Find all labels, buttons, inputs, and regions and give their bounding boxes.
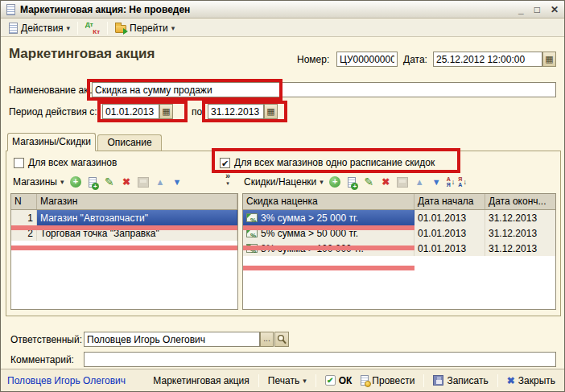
add-icon: +	[70, 176, 81, 188]
table-row[interactable]: 3% сумма > 25 000 тг. 01.01.2013 31.12.2…	[243, 210, 555, 225]
column-header-start-date[interactable]: Дата начала	[414, 194, 485, 209]
checkbox-checked-icon[interactable]: ✔	[220, 158, 230, 168]
table-row[interactable]: 8% сумма > 100 000 тг. 01.01.2013 31.12.…	[243, 241, 555, 256]
chevron-down-icon: ▾	[226, 179, 229, 187]
end-edit-button[interactable]	[136, 175, 150, 189]
sort-descending-button[interactable]: ЯА ↓	[458, 176, 467, 188]
move-up-button[interactable]: ▲	[153, 175, 167, 189]
start-date-cell[interactable]: 01.01.2013	[414, 241, 485, 256]
delete-row-button[interactable]: ✖	[119, 175, 133, 189]
edit-row-button[interactable]: ✎	[102, 175, 116, 189]
user-link[interactable]: Половцев Игорь Олегович	[7, 375, 126, 386]
copy-row-button[interactable]: +	[345, 175, 359, 189]
start-date-cell[interactable]: 01.01.2013	[414, 225, 485, 241]
date-calendar-button[interactable]: ▦	[542, 52, 556, 67]
stores-menu-button[interactable]: Магазины ▾	[11, 176, 65, 188]
bar-separator	[315, 374, 316, 387]
period-to-input[interactable]	[208, 104, 264, 119]
comment-input[interactable]	[84, 352, 556, 367]
date-label: Дата:	[403, 54, 427, 65]
post-icon	[361, 375, 369, 386]
store-cell[interactable]: Торговая точка "Заправка"	[37, 225, 237, 241]
add-icon: +	[329, 176, 340, 188]
end-edit-button[interactable]	[396, 175, 410, 189]
discounts-toolbar: Скидки/Наценки ▾ + + ✎ ✖ ▲ ▼ АЯ ↓ ЯА ↓	[242, 174, 467, 190]
responsible-input[interactable]	[84, 332, 260, 347]
close-button[interactable]: ✕	[551, 2, 559, 17]
row-number: 2	[11, 225, 37, 241]
title-bar: Маркетинговая акция: Не проведен _ □ ✕	[1, 1, 564, 19]
close-x-icon: ✖	[507, 375, 515, 386]
column-header-discount[interactable]: Скидка наценка	[243, 194, 414, 209]
start-date-cell[interactable]: 01.01.2013	[414, 210, 485, 225]
add-row-button[interactable]: +	[328, 175, 342, 189]
discount-cell[interactable]: 8% сумма > 100 000 тг.	[243, 241, 414, 256]
discounts-menu-label: Скидки/Наценки	[244, 176, 316, 188]
print-menu-button[interactable]: Печать ▾	[266, 373, 309, 388]
actions-icon	[9, 23, 18, 34]
bar-separator	[497, 374, 498, 387]
table-row[interactable]: 5% сумма > 50 000 тг. 01.01.2013 31.12.2…	[243, 225, 555, 241]
move-down-button[interactable]: ▼	[430, 175, 443, 189]
add-row-button[interactable]: +	[68, 175, 82, 189]
document-window: Маркетинговая акция: Не проведен _ □ ✕ Д…	[0, 0, 565, 392]
period-to-calendar-button[interactable]: ▦	[264, 104, 278, 119]
close-form-button[interactable]: ✖ Закрыть	[505, 373, 558, 388]
go-menu-button[interactable]: Перейти ▾	[110, 21, 179, 35]
checkbox-unchecked-icon[interactable]	[14, 158, 24, 168]
end-date-cell[interactable]: 31.12.2013	[485, 241, 555, 256]
edit-row-button[interactable]: ✎	[362, 175, 376, 189]
move-down-button[interactable]: ▼	[170, 175, 184, 189]
document-type-button[interactable]: Маркетинговая акция	[151, 373, 252, 388]
window-title: Маркетинговая акция: Не проведен	[20, 4, 190, 15]
end-date-cell[interactable]: 31.12.2013	[485, 210, 555, 225]
ok-button[interactable]: ✔ ОК	[323, 373, 355, 388]
discounts-table-header: Скидка наценка Дата начала Дата оконч...	[243, 194, 555, 210]
stores-table[interactable]: N Магазин 1 Магазин "Автозапчасти" 2 Тор…	[10, 193, 238, 310]
move-up-button[interactable]: ▲	[413, 175, 427, 189]
bar-separator	[258, 374, 259, 387]
responsible-select-button[interactable]: ...	[260, 332, 274, 347]
post-button[interactable]: Провести	[358, 373, 417, 388]
end-date-cell[interactable]: 31.12.2013	[485, 225, 555, 241]
campaign-name-input[interactable]	[92, 82, 556, 97]
number-input[interactable]	[336, 52, 398, 67]
period-from-input[interactable]	[102, 104, 159, 119]
chevron-down-icon: ▾	[320, 178, 324, 186]
actions-label: Действия	[21, 23, 64, 34]
discount-cell-selected[interactable]: 3% сумма > 25 000 тг.	[243, 210, 414, 225]
discounts-table[interactable]: Скидка наценка Дата начала Дата оконч...…	[242, 193, 556, 310]
discount-cell[interactable]: 5% сумма > 50 000 тг.	[243, 225, 414, 241]
main-toolbar: Действия ▾ Дт Кт Перейти ▾	[1, 19, 564, 37]
store-cell-selected[interactable]: Магазин "Автозапчасти"	[37, 210, 237, 225]
sort-ascending-button[interactable]: АЯ ↓	[447, 176, 456, 188]
toolbar-overflow-button[interactable]: » ▾	[225, 172, 230, 187]
copy-row-button[interactable]: +	[85, 175, 99, 189]
comment-label: Комментарий:	[10, 354, 74, 365]
table-row[interactable]: 2 Торговая точка "Заправка"	[11, 225, 237, 241]
minimize-button[interactable]: _	[518, 2, 524, 17]
period-from-calendar-button[interactable]: ▦	[159, 104, 173, 119]
maximize-button[interactable]: □	[534, 2, 540, 17]
discounts-menu-button[interactable]: Скидки/Наценки ▾	[242, 176, 325, 188]
copy-icon: +	[348, 177, 356, 188]
responsible-search-button[interactable]	[274, 332, 289, 347]
column-header-store[interactable]: Магазин	[37, 194, 237, 209]
chevron-down-icon: ▾	[171, 24, 175, 32]
one-schedule-checkbox-label: Для всех магазинов одно расписание скидо…	[234, 157, 435, 168]
column-header-end-date[interactable]: Дата оконч...	[485, 194, 555, 209]
save-button[interactable]: Записать	[431, 373, 490, 388]
table-row[interactable]: 1 Магазин "Автозапчасти"	[11, 210, 237, 225]
one-schedule-checkbox[interactable]: ✔ Для всех магазинов одно расписание ски…	[220, 157, 435, 168]
delete-row-button[interactable]: ✖	[379, 175, 393, 189]
row-highlight-annotation	[11, 246, 237, 250]
all-stores-checkbox[interactable]: Для всех магазинов	[14, 157, 117, 168]
tab-description[interactable]: Описание	[97, 134, 162, 151]
toolbar-separator	[77, 22, 78, 35]
actions-menu-button[interactable]: Действия ▾	[4, 21, 75, 35]
ok-label: ОК	[339, 375, 353, 386]
tab-stores-discounts[interactable]: Магазины/Скидки	[7, 133, 96, 151]
dt-kt-button[interactable]: Дт Кт	[80, 20, 105, 36]
date-input[interactable]	[433, 52, 542, 67]
column-header-n[interactable]: N	[11, 194, 37, 209]
